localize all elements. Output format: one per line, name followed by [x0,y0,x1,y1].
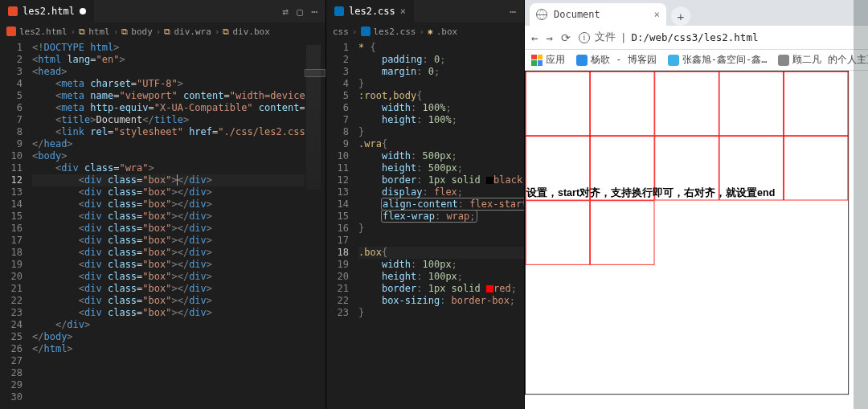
annotation-text: 设置，start对齐，支持换行即可，右对齐，就设置end [526,186,775,200]
html-file-icon [8,6,18,16]
breadcrumb-mid[interactable]: css› les2.css› ✱.box [326,22,524,40]
browser-tab-row: Document × + [525,0,868,26]
right-edge-strip [854,0,868,409]
crumb[interactable]: les2.html [19,27,68,37]
editor-group-actions-left: ⇄ ▢ ⋯ [275,6,326,18]
address-bar[interactable]: i 文件 | D:/web/css3/les2.html [579,31,868,44]
box [719,72,784,136]
box [654,72,719,136]
close-icon[interactable]: × [400,6,406,17]
crumb[interactable]: .box [436,27,458,37]
crumb[interactable]: html [88,27,110,37]
forward-button[interactable]: → [546,31,552,44]
browser-toolbar: ← → ⟳ i 文件 | D:/web/css3/les2.html [525,26,868,50]
crumb[interactable]: body [131,27,153,37]
more-icon[interactable]: ⋯ [311,6,317,18]
bookmark-link[interactable]: 杨歌 - 博客园 [576,53,657,67]
addr-sep: | [620,31,627,43]
close-icon[interactable]: × [654,9,660,20]
editor-group-actions-mid: ⋯ [502,6,524,18]
tab-bar-mid: les2.css × ⋯ [326,0,524,22]
box [526,72,590,136]
tab-label: les2.css [349,6,395,17]
addr-scheme: 文件 [595,31,616,44]
tab-label: les2.html [23,6,75,17]
tab-bar-left: les2.html ⇄ ▢ ⋯ [0,0,326,22]
css-file-icon [361,27,371,36]
minimap[interactable] [305,40,326,409]
new-tab-button[interactable]: + [671,6,690,26]
split-icon[interactable]: ▢ [297,6,303,18]
code[interactable]: <!DOCTYPE html><html lang="en"><head> <m… [29,40,305,409]
code-area-html[interactable]: 1234567891011121314151617181920212223242… [0,40,326,409]
addr-path: D:/web/css3/les2.html [631,31,758,43]
site-info-icon[interactable]: i [579,32,590,43]
page-viewport[interactable]: 设置，start对齐，支持换行即可，右对齐，就设置end [525,71,868,409]
code-area-css[interactable]: 1234567891011121314151617181920212223 * … [326,40,524,409]
box [590,72,654,136]
crumb[interactable]: css [333,27,349,37]
editor-pane-html: les2.html ⇄ ▢ ⋯ les2.html› ⧉html› ⧉body›… [0,0,326,409]
html-file-icon [6,27,16,36]
box [784,136,848,200]
editor-pane-css: les2.css × ⋯ css› les2.css› ✱.box 123456… [326,0,525,409]
browser-chrome: Document × + ← → ⟳ i 文件 | D:/web/css3/le… [525,0,868,71]
box [590,200,654,264]
crumb[interactable]: div.box [232,27,269,37]
browser-tab-title: Document [554,9,600,20]
reload-button[interactable]: ⟳ [561,31,571,44]
browser-tab[interactable]: Document × [530,3,666,26]
tab-les2-html[interactable]: les2.html [0,0,94,22]
code[interactable]: * { padding: 0; margin: 0;}:root,body{ w… [355,40,524,409]
compare-icon[interactable]: ⇄ [283,6,289,18]
crumb[interactable]: div.wra [174,27,211,37]
bookmark-link[interactable]: 应用 [531,53,565,67]
globe-icon [536,9,547,20]
tab-les2-css[interactable]: les2.css × [326,0,414,22]
dirty-dot-icon [80,8,86,14]
gutter[interactable]: 1234567891011121314151617181920212223 [326,40,355,409]
crumb[interactable]: les2.css [374,27,416,37]
breadcrumb-left[interactable]: les2.html› ⧉html› ⧉body› ⧉div.wra› ⧉div.… [0,22,326,40]
browser-pane: Document × + ← → ⟳ i 文件 | D:/web/css3/le… [525,0,868,409]
box [526,200,590,264]
gutter[interactable]: 1234567891011121314151617181920212223242… [0,40,29,409]
back-button[interactable]: ← [531,31,538,44]
wra-container [525,71,849,395]
css-file-icon [334,6,344,16]
bookmarks-bar: 应用杨歌 - 博客园张鑫旭-鑫空间-鑫…顾二凡 的个人主页…腾 [525,50,868,71]
bookmark-link[interactable]: 张鑫旭-鑫空间-鑫… [668,53,768,67]
more-icon[interactable]: ⋯ [510,6,516,18]
box [784,72,848,136]
